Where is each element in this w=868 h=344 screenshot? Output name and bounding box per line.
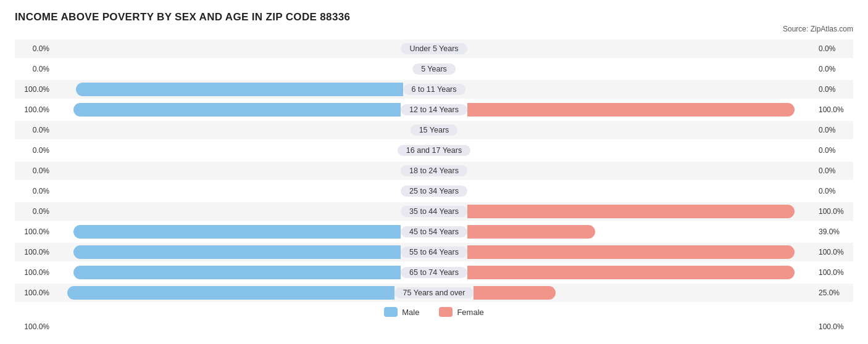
female-bar-container (467, 162, 815, 180)
female-bar (467, 205, 795, 218)
left-value: 0.0% (15, 65, 53, 73)
male-bar-container (53, 80, 403, 99)
right-value: 0.0% (815, 126, 853, 134)
male-bar-container (53, 182, 401, 200)
bar-label: 6 to 11 Years (403, 84, 465, 95)
source-label: Source: ZipAtlas.com (15, 25, 853, 33)
bottom-left-val: 100.0% (15, 322, 53, 331)
right-value: 0.0% (815, 187, 853, 195)
male-label: Male (402, 308, 419, 317)
bar-label: 65 to 74 Years (401, 267, 467, 278)
bar-label: 55 to 64 Years (401, 247, 467, 258)
bar-row: 100.0% 75 Years and over 25.0% (15, 284, 853, 302)
female-bar-container (467, 243, 815, 261)
right-value: 0.0% (815, 65, 853, 73)
male-bar-container (53, 263, 401, 282)
bar-row: 0.0% 16 and 17 Years 0.0% (15, 141, 853, 160)
female-bar (467, 225, 595, 239)
bar-center: 35 to 44 Years (53, 202, 815, 221)
right-value: 0.0% (815, 85, 853, 94)
male-bar-container (53, 60, 412, 78)
bar-center: 25 to 34 Years (53, 182, 815, 200)
bar-center: 18 to 24 Years (53, 162, 815, 180)
female-bar (467, 103, 795, 117)
bar-row: 100.0% 12 to 14 Years 100.0% (15, 100, 853, 119)
male-swatch (384, 307, 398, 317)
bar-row: 0.0% 25 to 34 Years 0.0% (15, 182, 853, 200)
right-value: 39.0% (815, 227, 853, 236)
female-bar-container (467, 100, 815, 119)
right-value: 0.0% (815, 44, 853, 53)
male-bar-container (53, 141, 398, 160)
legend-female: Female (439, 307, 483, 317)
bar-row: 100.0% 45 to 54 Years 39.0% (15, 223, 853, 241)
bar-label: 5 Years (412, 63, 456, 75)
female-bar-container (470, 141, 815, 160)
bar-center: 6 to 11 Years (53, 80, 815, 99)
bar-label: 12 to 14 Years (401, 104, 467, 115)
chart-container: INCOME ABOVE POVERTY BY SEX AND AGE IN Z… (15, 11, 853, 334)
right-value: 100.0% (815, 268, 853, 277)
male-bar-container (53, 162, 401, 180)
female-bar (474, 286, 556, 300)
right-value: 0.0% (815, 166, 853, 175)
left-value: 100.0% (15, 85, 53, 94)
bar-label: Under 5 Years (401, 43, 467, 54)
legend-male: Male (384, 307, 419, 317)
bar-label: 16 and 17 Years (398, 145, 470, 156)
female-bar (467, 266, 795, 279)
bar-label: 18 to 24 Years (401, 165, 467, 176)
female-bar-container (467, 223, 815, 241)
bar-label: 45 to 54 Years (401, 226, 467, 237)
male-bar (73, 245, 401, 259)
left-value: 100.0% (15, 248, 53, 256)
bar-row: 100.0% 6 to 11 Years 0.0% (15, 80, 853, 99)
bar-center: 16 and 17 Years (53, 141, 815, 160)
bar-row: 100.0% 55 to 64 Years 100.0% (15, 243, 853, 261)
male-bar (76, 83, 403, 96)
bar-row: 0.0% Under 5 Years 0.0% (15, 39, 853, 58)
bar-center: 55 to 64 Years (53, 243, 815, 261)
right-value: 100.0% (815, 105, 853, 114)
left-value: 0.0% (15, 126, 53, 134)
male-bar-container (53, 39, 401, 58)
right-value: 0.0% (815, 146, 853, 155)
male-bar-container (53, 223, 401, 241)
female-bar-container (467, 39, 815, 58)
bar-label: 15 Years (411, 125, 458, 136)
bar-label: 25 to 34 Years (401, 186, 467, 197)
male-bar-container (53, 243, 401, 261)
male-bar (67, 286, 394, 300)
bar-row: 0.0% 5 Years 0.0% (15, 60, 853, 78)
female-label: Female (457, 308, 483, 317)
bar-center: 12 to 14 Years (53, 100, 815, 119)
male-bar-container (53, 121, 411, 139)
bar-center: 75 Years and over (53, 284, 815, 302)
left-value: 0.0% (15, 146, 53, 155)
chart-title: INCOME ABOVE POVERTY BY SEX AND AGE IN Z… (15, 11, 853, 23)
female-bar-container (467, 263, 815, 282)
male-bar-container (53, 284, 394, 302)
bar-label: 35 to 44 Years (401, 206, 467, 217)
female-bar-container (474, 284, 815, 302)
bar-center: 45 to 54 Years (53, 223, 815, 241)
left-value: 100.0% (15, 289, 53, 297)
bar-row: 0.0% 15 Years 0.0% (15, 121, 853, 139)
bar-center: Under 5 Years (53, 39, 815, 58)
bar-center: 65 to 74 Years (53, 263, 815, 282)
left-value: 100.0% (15, 105, 53, 114)
left-value: 0.0% (15, 187, 53, 195)
bar-row: 0.0% 35 to 44 Years 100.0% (15, 202, 853, 221)
male-bar-container (53, 202, 401, 221)
male-bar (73, 266, 401, 279)
right-value: 100.0% (815, 248, 853, 256)
female-bar-container (467, 182, 815, 200)
female-bar-container (457, 121, 815, 139)
chart-area: 0.0% Under 5 Years 0.0% 0.0% 5 Years (15, 39, 853, 302)
bar-label: 75 Years and over (394, 287, 474, 298)
male-bar (73, 103, 401, 117)
female-bar-container (465, 80, 816, 99)
female-bar (467, 245, 795, 259)
right-value: 25.0% (815, 289, 853, 297)
female-bar-container (456, 60, 815, 78)
